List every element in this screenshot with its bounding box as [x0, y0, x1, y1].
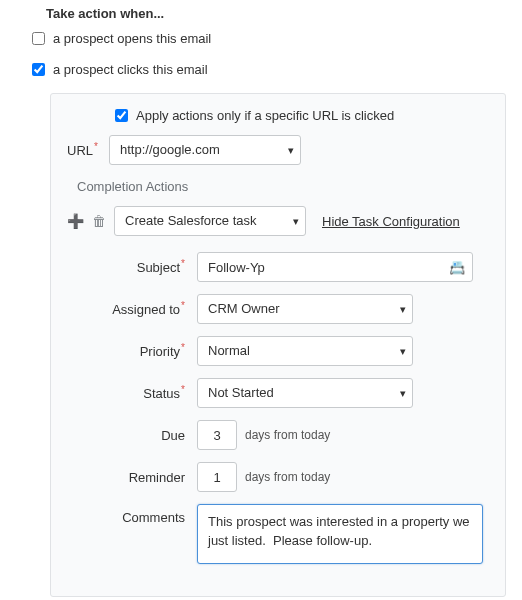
priority-select[interactable]: Normal ▾: [197, 336, 413, 366]
action-panel: Apply actions only if a specific URL is …: [50, 93, 506, 597]
due-suffix: days from today: [245, 428, 330, 442]
subject-label: Subject*: [67, 258, 197, 275]
caret-icon: ▾: [293, 207, 299, 235]
caret-icon: ▾: [400, 379, 406, 407]
caret-icon: ▾: [288, 136, 294, 164]
trigger-clicks-label: a prospect clicks this email: [53, 62, 208, 77]
trigger-clicks-row: a prospect clicks this email: [32, 62, 506, 77]
caret-icon: ▾: [400, 295, 406, 323]
status-label: Status*: [67, 384, 197, 401]
status-select[interactable]: Not Started ▾: [197, 378, 413, 408]
trigger-clicks-checkbox[interactable]: [32, 63, 45, 76]
comments-label: Comments: [67, 504, 197, 525]
subject-row: Subject* 📇: [67, 252, 489, 282]
url-row: URL* http://google.com ▾: [67, 135, 489, 165]
comments-textarea[interactable]: [197, 504, 483, 564]
caret-icon: ▾: [400, 337, 406, 365]
url-select[interactable]: http://google.com ▾: [109, 135, 301, 165]
url-label: URL*: [67, 141, 109, 158]
reminder-suffix: days from today: [245, 470, 330, 484]
completion-actions-title: Completion Actions: [77, 179, 489, 194]
assigned-to-label: Assigned to*: [67, 300, 197, 317]
action-row: ➕ 🗑 Create Salesforce task ▾ Hide Task C…: [67, 206, 489, 236]
section-title: Take action when...: [46, 6, 506, 21]
action-type-select[interactable]: Create Salesforce task ▾: [114, 206, 306, 236]
apply-specific-checkbox[interactable]: [115, 109, 128, 122]
due-row: Due days from today: [67, 420, 489, 450]
apply-specific-label: Apply actions only if a specific URL is …: [136, 108, 394, 123]
status-row: Status* Not Started ▾: [67, 378, 489, 408]
toggle-config-link[interactable]: Hide Task Configuration: [322, 214, 460, 229]
priority-row: Priority* Normal ▾: [67, 336, 489, 366]
trigger-opens-label: a prospect opens this email: [53, 31, 211, 46]
assigned-to-row: Assigned to* CRM Owner ▾: [67, 294, 489, 324]
subject-input[interactable]: [197, 252, 473, 282]
assigned-to-value: CRM Owner: [208, 301, 280, 316]
action-type-value: Create Salesforce task: [125, 213, 257, 228]
add-action-icon[interactable]: ➕: [67, 213, 84, 229]
assigned-to-select[interactable]: CRM Owner ▾: [197, 294, 413, 324]
delete-action-icon[interactable]: 🗑: [92, 213, 106, 229]
due-input[interactable]: [197, 420, 237, 450]
due-label: Due: [67, 428, 197, 443]
reminder-row: Reminder days from today: [67, 462, 489, 492]
comments-row: Comments: [67, 504, 489, 564]
url-select-value: http://google.com: [120, 142, 220, 157]
apply-specific-row: Apply actions only if a specific URL is …: [115, 108, 489, 123]
reminder-input[interactable]: [197, 462, 237, 492]
status-value: Not Started: [208, 385, 274, 400]
priority-value: Normal: [208, 343, 250, 358]
reminder-label: Reminder: [67, 470, 197, 485]
priority-label: Priority*: [67, 342, 197, 359]
trigger-opens-row: a prospect opens this email: [32, 31, 506, 46]
trigger-opens-checkbox[interactable]: [32, 32, 45, 45]
